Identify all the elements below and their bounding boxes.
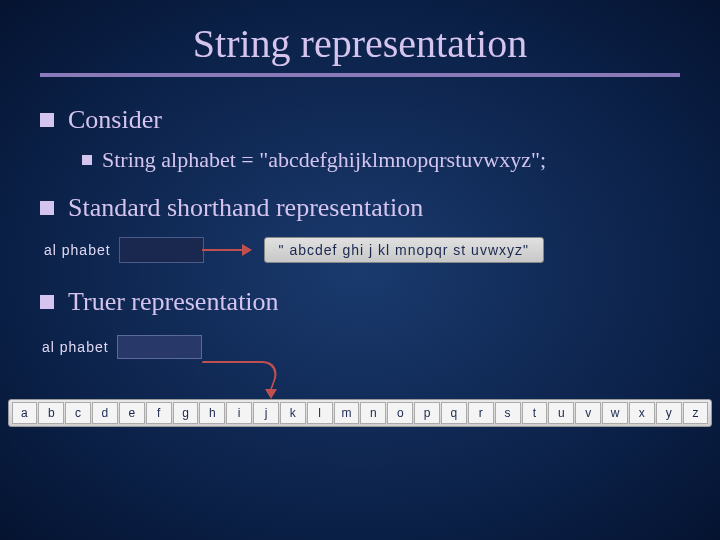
char-cell: r: [468, 402, 494, 424]
char-cell: j: [253, 402, 279, 424]
char-cell: b: [38, 402, 64, 424]
char-cell: y: [656, 402, 682, 424]
char-cell: s: [495, 402, 521, 424]
arrow-head-icon: [265, 389, 277, 399]
char-cell: w: [602, 402, 628, 424]
title-underline: [40, 73, 680, 77]
truer-diagram: al phabet: [40, 335, 680, 397]
code-text: String alphabet = "abcdefghijklmnopqrstu…: [102, 147, 546, 173]
char-cell: e: [119, 402, 145, 424]
char-cell: q: [441, 402, 467, 424]
variable-box: [117, 335, 202, 359]
square-bullet-icon: [40, 113, 54, 127]
char-cell: u: [548, 402, 574, 424]
bullet-consider: Consider: [40, 105, 680, 135]
reference-arrow: [197, 361, 680, 397]
pointer-arrow-icon: [242, 244, 252, 256]
char-cell: c: [65, 402, 91, 424]
square-bullet-icon: [40, 201, 54, 215]
string-literal-box: " abcdef ghi j kl mnopqr st uvwxyz": [264, 237, 544, 263]
char-cell: k: [280, 402, 306, 424]
slide-title: String representation: [0, 20, 720, 67]
char-cell: n: [360, 402, 386, 424]
char-cell: h: [199, 402, 225, 424]
bullet-standard: Standard shorthand representation: [40, 193, 680, 223]
arrow-curve-icon: [192, 361, 283, 391]
variable-row: al phabet: [42, 335, 680, 359]
char-cell: d: [92, 402, 118, 424]
pointer-line-icon: [202, 249, 242, 251]
char-cell: o: [387, 402, 413, 424]
variable-label: al phabet: [44, 242, 111, 258]
char-cell: i: [226, 402, 252, 424]
char-cell: p: [414, 402, 440, 424]
char-cell: v: [575, 402, 601, 424]
char-cell: z: [683, 402, 709, 424]
slide-content: Consider String alphabet = "abcdefghijkl…: [0, 85, 720, 397]
variable-box: [119, 237, 204, 263]
square-bullet-icon: [40, 295, 54, 309]
square-bullet-small-icon: [82, 155, 92, 165]
char-cell: f: [146, 402, 172, 424]
bullet-text: Standard shorthand representation: [68, 193, 423, 223]
char-array-box: abcdefghijklmnopqrstuvwxyz: [8, 399, 712, 427]
char-cell: m: [334, 402, 360, 424]
char-cell: g: [173, 402, 199, 424]
variable-label: al phabet: [42, 339, 109, 355]
char-cell: a: [12, 402, 38, 424]
slide-title-area: String representation: [0, 0, 720, 85]
char-cell: t: [522, 402, 548, 424]
char-cell: x: [629, 402, 655, 424]
shorthand-diagram: al phabet " abcdef ghi j kl mnopqr st uv…: [40, 237, 680, 263]
char-cell: l: [307, 402, 333, 424]
bullet-truer: Truer representation: [40, 287, 680, 317]
sub-bullet-code: String alphabet = "abcdefghijklmnopqrstu…: [82, 147, 680, 173]
bullet-text: Truer representation: [68, 287, 279, 317]
bullet-text: Consider: [68, 105, 162, 135]
